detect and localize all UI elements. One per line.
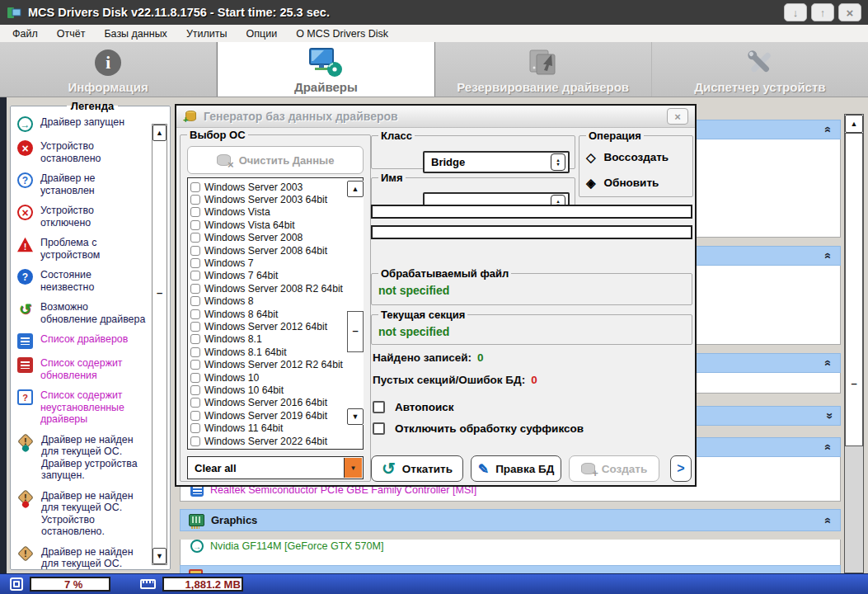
os-checkbox[interactable] bbox=[190, 423, 200, 433]
edit-db-button[interactable]: Правка БД bbox=[471, 455, 561, 482]
menu-item[interactable]: Отчёт bbox=[57, 28, 86, 40]
autosearch-checkbox-row[interactable]: Автопоиск bbox=[373, 401, 454, 413]
os-list-item[interactable]: Windows Server 2019 64bit bbox=[190, 409, 343, 422]
os-list-item[interactable]: Windows 10 bbox=[190, 371, 343, 384]
next-button[interactable] bbox=[670, 455, 692, 482]
ram-icon bbox=[140, 579, 156, 589]
os-checkbox[interactable] bbox=[190, 296, 200, 306]
os-list-item[interactable]: Windows 8 64bit bbox=[190, 308, 343, 320]
os-checkbox[interactable] bbox=[190, 233, 200, 243]
os-checkbox[interactable] bbox=[190, 220, 200, 230]
device-row-nvidia[interactable]: Nvidia GF114M [GeForce GTX 570M] bbox=[181, 540, 840, 553]
database-add-icon: + bbox=[183, 110, 197, 124]
scroll-down-icon[interactable] bbox=[347, 408, 364, 425]
os-list-item[interactable]: Windows Vista 64bit bbox=[190, 219, 343, 231]
os-list-item[interactable]: Windows Server 2003 bbox=[190, 181, 343, 193]
os-checkbox[interactable] bbox=[190, 246, 200, 256]
class-combobox[interactable]: Bridge bbox=[423, 151, 570, 173]
disable-suffix-checkbox-row[interactable]: Отключить обработку суффиксов bbox=[373, 422, 584, 435]
os-checkbox[interactable] bbox=[190, 373, 200, 383]
tab-information[interactable]: Информация bbox=[0, 42, 217, 97]
os-list-item[interactable]: Windows 8.1 64bit bbox=[190, 346, 343, 358]
os-list-item[interactable]: Windows Server 2003 64bit bbox=[190, 193, 343, 205]
window-left-edge bbox=[0, 97, 7, 573]
create-button[interactable]: Создать bbox=[569, 455, 659, 482]
tab-device-manager[interactable]: Диспетчер устройств bbox=[652, 42, 868, 97]
os-checkbox[interactable] bbox=[190, 411, 200, 421]
menu-item[interactable]: Утилиты bbox=[186, 28, 228, 40]
os-list-item[interactable]: Windows Server 2012 64bit bbox=[190, 320, 343, 332]
os-checkbox[interactable] bbox=[190, 436, 200, 446]
os-checkbox[interactable] bbox=[190, 258, 200, 268]
rollback-icon bbox=[382, 459, 396, 478]
os-checkbox[interactable] bbox=[190, 385, 200, 395]
os-list-item[interactable]: Windows 11 64bit bbox=[190, 422, 343, 434]
os-list-scrollbar[interactable] bbox=[347, 181, 364, 425]
dialog-title-bar[interactable]: + Генератор баз данных драйверов bbox=[176, 106, 695, 128]
tab-drivers[interactable]: Драйверы bbox=[217, 42, 434, 97]
current-section-group: Текущая секция not specified bbox=[371, 309, 692, 345]
graphics-panel-header[interactable]: Graphics bbox=[180, 509, 841, 531]
rollback-button[interactable]: Откатить bbox=[371, 455, 463, 482]
os-checkbox[interactable] bbox=[190, 398, 200, 408]
menu-item[interactable]: Базы данных bbox=[104, 28, 167, 40]
main-scrollbar-thumb[interactable] bbox=[845, 133, 863, 446]
scroll-up-icon[interactable] bbox=[152, 125, 167, 141]
cpu-usage-value: 7 % bbox=[64, 578, 82, 591]
select-mode-dropdown[interactable]: Clear all bbox=[187, 456, 364, 479]
os-list-item[interactable]: Windows Server 2008 bbox=[190, 232, 343, 244]
records-found-value: 0 bbox=[477, 351, 484, 364]
os-checkbox[interactable] bbox=[190, 207, 200, 217]
os-list-item[interactable]: Windows Server 2022 64bit bbox=[190, 435, 343, 447]
os-scrollbar-thumb[interactable] bbox=[347, 311, 364, 352]
legend-scrollbar[interactable] bbox=[152, 124, 167, 565]
os-list-item[interactable]: Windows 7 64bit bbox=[190, 270, 343, 282]
dialog-close-icon[interactable] bbox=[667, 108, 688, 125]
os-checkbox[interactable] bbox=[190, 195, 200, 205]
collapse-icon bbox=[822, 444, 835, 450]
os-checkbox[interactable] bbox=[190, 360, 200, 370]
scroll-grip-icon[interactable] bbox=[152, 289, 167, 297]
os-list-item[interactable]: Windows Vista bbox=[190, 206, 343, 219]
radio-recreate[interactable]: Воссоздать bbox=[586, 151, 686, 163]
clear-data-button[interactable]: Очистить Данные bbox=[187, 146, 364, 174]
window-close-icon[interactable] bbox=[838, 3, 861, 21]
dropdown-icon[interactable] bbox=[344, 458, 362, 478]
os-list-item[interactable]: Windows Server 2012 R2 64bit bbox=[190, 358, 343, 370]
os-checkbox[interactable] bbox=[190, 309, 200, 319]
main-scrollbar-track[interactable] bbox=[845, 446, 863, 573]
os-checkbox[interactable] bbox=[190, 322, 200, 332]
os-list-item[interactable]: Windows Server 2008 64bit bbox=[190, 244, 343, 257]
os-list-item[interactable]: Windows 10 64bit bbox=[190, 384, 343, 396]
os-list-item[interactable]: Windows 7 bbox=[190, 257, 343, 269]
os-checkbox[interactable] bbox=[190, 182, 200, 192]
device-panel-header[interactable] bbox=[180, 565, 841, 573]
os-list-item[interactable]: Windows 8.1 bbox=[190, 333, 343, 346]
scroll-up-icon[interactable] bbox=[347, 181, 364, 197]
expand-icon bbox=[822, 412, 835, 419]
os-list-item[interactable]: Windows Server 2016 64bit bbox=[190, 397, 343, 409]
tab-driver-backup[interactable]: Резервирование драйверов bbox=[435, 42, 652, 97]
disable-suffix-checkbox[interactable] bbox=[373, 422, 385, 435]
menu-item[interactable]: О MCS Drivers Disk bbox=[296, 28, 388, 40]
window-move-down-icon[interactable] bbox=[784, 3, 807, 21]
os-checkbox[interactable] bbox=[190, 334, 200, 344]
os-checkbox[interactable] bbox=[190, 347, 200, 357]
main-scrollbar[interactable] bbox=[844, 114, 864, 573]
app-icon bbox=[7, 6, 21, 20]
menu-item[interactable]: Файл bbox=[12, 28, 38, 40]
os-checkbox[interactable] bbox=[190, 284, 200, 294]
title-bar: MCS Drivers Disk v22.11.8.1756 - Start t… bbox=[0, 0, 868, 25]
os-list-item[interactable]: Windows Server 2008 R2 64bit bbox=[190, 282, 343, 295]
scroll-up-icon[interactable] bbox=[845, 115, 863, 133]
radio-update[interactable]: Обновить bbox=[586, 177, 686, 189]
autosearch-checkbox[interactable] bbox=[373, 401, 385, 413]
os-checkbox[interactable] bbox=[190, 271, 200, 280]
menu-item[interactable]: Опции bbox=[246, 28, 278, 40]
graphics-header-label: Graphics bbox=[211, 514, 257, 526]
window-title: MCS Drivers Disk v22.11.8.1756 - Start t… bbox=[28, 6, 330, 19]
window-move-up-icon[interactable] bbox=[811, 3, 834, 21]
combo-spinner-icon[interactable] bbox=[551, 153, 565, 171]
os-list-item[interactable]: Windows 8 bbox=[190, 295, 343, 308]
scroll-down-icon[interactable] bbox=[152, 548, 167, 564]
